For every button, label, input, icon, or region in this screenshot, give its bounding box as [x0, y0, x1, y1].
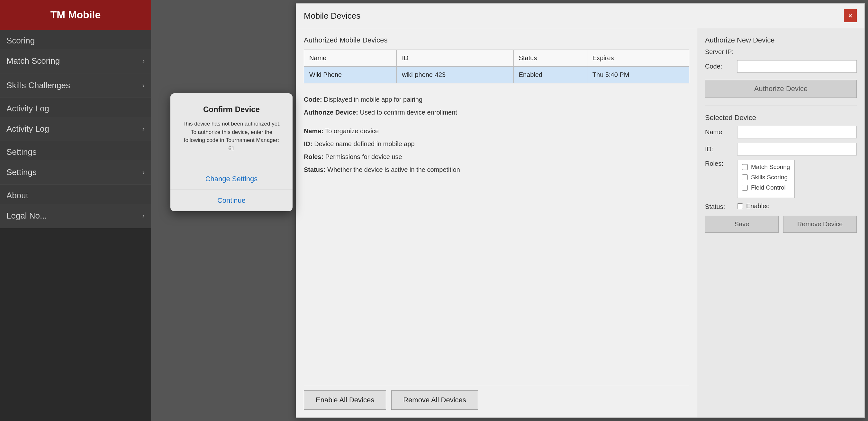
device-status: Enabled	[514, 67, 587, 83]
device-expires: Thu 5:40 PM	[587, 67, 689, 83]
selected-section-title: Selected Device	[705, 114, 857, 122]
authorize-section-title: Authorize New Device	[705, 36, 857, 45]
sidebar-item-label: Legal No...	[6, 211, 47, 221]
info-section: Code: Displayed in mobile app for pairin…	[304, 90, 689, 385]
sidebar-section-settings: Settings	[0, 141, 151, 160]
role-match-scoring-checkbox[interactable]	[742, 164, 748, 170]
info-id-bold: ID:	[304, 140, 312, 147]
bottom-buttons: Enable All Devices Remove All Devices	[304, 385, 689, 410]
server-ip-label: Server IP:	[705, 48, 734, 56]
continue-button[interactable]: Continue	[170, 190, 292, 211]
code-input[interactable]	[737, 60, 857, 73]
sidebar-section-about: About	[0, 185, 151, 204]
chevron-icon: ›	[143, 168, 145, 177]
sidebar-item-match-scoring[interactable]: Match Scoring ›	[0, 49, 151, 74]
remove-all-button[interactable]: Remove All Devices	[391, 390, 478, 410]
info-roles-text: Permissions for device use	[326, 153, 402, 160]
selected-name-label: Name:	[705, 129, 734, 136]
selected-section: Selected Device Name: ID: Roles:	[705, 114, 857, 233]
enable-all-button[interactable]: Enable All Devices	[304, 390, 386, 410]
role-field-control-row: Field Control	[742, 184, 790, 191]
sidebar-item-skills-challenges[interactable]: Skills Challenges ›	[0, 74, 151, 98]
mobile-devices-dialog: Mobile Devices × Authorized Mobile Devic…	[296, 3, 865, 418]
sidebar-title: TM Mobile	[0, 0, 151, 30]
selected-id-input[interactable]	[737, 143, 857, 156]
role-skills-scoring-label: Skills Scoring	[751, 174, 787, 181]
change-settings-button[interactable]: Change Settings	[170, 168, 292, 190]
info-code: Code: Displayed in mobile app for pairin…	[304, 95, 689, 104]
code-row: Code:	[705, 60, 857, 73]
status-row: Status: Enabled	[705, 202, 857, 211]
table-row[interactable]: Wiki Phone wiki-phone-423 Enabled Thu 5:…	[304, 67, 689, 83]
info-name-bold: Name:	[304, 128, 323, 135]
selected-id-label: ID:	[705, 145, 734, 153]
info-roles-bold: Roles:	[304, 153, 323, 160]
authorize-device-button[interactable]: Authorize Device	[705, 80, 857, 98]
remove-device-button[interactable]: Remove Device	[783, 216, 857, 233]
role-field-control-checkbox[interactable]	[742, 185, 748, 191]
role-match-scoring-label: Match Scoring	[751, 164, 790, 171]
sidebar-item-label: Activity Log	[6, 124, 49, 134]
main-area: Mobile Devices × Authorized Mobile Devic…	[151, 0, 868, 421]
authorized-section-title: Authorized Mobile Devices	[304, 36, 689, 45]
confirm-popup-body: Confirm Device This device has not been …	[170, 93, 292, 159]
role-skills-scoring-checkbox[interactable]	[742, 174, 748, 180]
col-header-name: Name	[304, 50, 397, 67]
authorized-panel: Authorized Mobile Devices Name ID Status…	[296, 28, 697, 418]
roles-box: Match Scoring Skills Scoring Field Contr…	[737, 160, 795, 198]
info-status: Status: Whether the device is active in …	[304, 165, 689, 174]
code-label: Code:	[705, 63, 734, 70]
dialog-close-button[interactable]: ×	[844, 9, 857, 22]
sidebar-item-label: Skills Challenges	[6, 81, 70, 90]
col-header-expires: Expires	[587, 50, 689, 67]
sidebar: TM Mobile Scoring Match Scoring › Skills…	[0, 0, 151, 421]
selected-name-row: Name:	[705, 126, 857, 138]
device-name: Wiki Phone	[304, 67, 397, 83]
right-panel: Authorize New Device Server IP: Code: Au…	[697, 28, 865, 418]
save-button[interactable]: Save	[705, 216, 779, 233]
chevron-icon: ›	[143, 125, 145, 133]
info-name: Name: To organize device	[304, 127, 689, 136]
panel-divider	[705, 106, 857, 106]
info-status-text: Whether the device is active in the comp…	[327, 166, 460, 173]
status-label: Status:	[705, 203, 734, 210]
roles-row-container: Roles: Match Scoring Skills Scoring	[705, 160, 857, 198]
confirm-popup-title: Confirm Device	[180, 105, 283, 114]
dialog-body: Authorized Mobile Devices Name ID Status…	[296, 28, 865, 418]
chevron-icon: ›	[143, 57, 145, 65]
sidebar-item-legal-notices[interactable]: Legal No... ›	[0, 204, 151, 228]
info-authorize: Authorize Device: Used to confirm device…	[304, 108, 689, 117]
col-header-id: ID	[397, 50, 514, 67]
chevron-icon: ›	[143, 81, 145, 90]
sidebar-section-scoring: Scoring	[0, 30, 151, 49]
info-code-text: Displayed in mobile app for pairing	[324, 96, 423, 103]
devices-table-container: Name ID Status Expires Wiki Phone wiki-p…	[304, 50, 689, 83]
sidebar-item-label: Settings	[6, 167, 37, 177]
server-ip-row: Server IP:	[705, 48, 857, 56]
sidebar-item-activity-log[interactable]: Activity Log ›	[0, 117, 151, 141]
devices-table: Name ID Status Expires Wiki Phone wiki-p…	[304, 50, 689, 83]
dialog-title: Mobile Devices	[304, 11, 361, 21]
action-buttons: Save Remove Device	[705, 216, 857, 233]
roles-label: Roles:	[705, 160, 734, 167]
col-header-status: Status	[514, 50, 587, 67]
info-name-text: To organize device	[325, 128, 379, 135]
info-authorize-text: Used to confirm device enrollment	[360, 109, 457, 116]
role-field-control-label: Field Control	[751, 184, 786, 191]
chevron-icon: ›	[143, 212, 145, 220]
selected-id-row: ID:	[705, 143, 857, 156]
info-authorize-bold: Authorize Device:	[304, 109, 358, 116]
status-enabled-label: Enabled	[746, 202, 770, 210]
sidebar-item-label: Match Scoring	[6, 56, 60, 66]
role-skills-scoring-row: Skills Scoring	[742, 174, 790, 181]
status-enabled-checkbox[interactable]	[737, 203, 743, 209]
device-id: wiki-phone-423	[397, 67, 514, 83]
info-id: ID: Device name defined in mobile app	[304, 139, 689, 148]
sidebar-section-activity-log: Activity Log	[0, 98, 151, 117]
selected-name-input[interactable]	[737, 126, 857, 138]
info-code-bold: Code:	[304, 96, 322, 103]
authorize-section: Authorize New Device Server IP: Code: Au…	[705, 36, 857, 98]
role-match-scoring-row: Match Scoring	[742, 164, 790, 171]
sidebar-item-settings[interactable]: Settings ›	[0, 160, 151, 185]
info-status-bold: Status:	[304, 166, 326, 173]
